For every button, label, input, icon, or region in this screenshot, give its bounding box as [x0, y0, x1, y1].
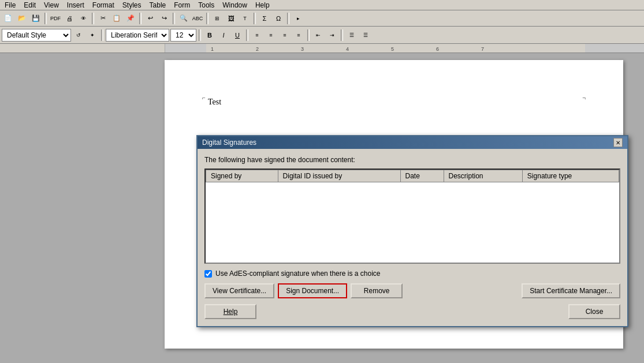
style-new-btn[interactable]: ✦	[86, 29, 99, 42]
bold-btn[interactable]: B	[203, 29, 216, 42]
sep5	[206, 13, 209, 24]
print-btn[interactable]: 🖨	[63, 12, 76, 25]
num-list-btn[interactable]: ☰	[359, 29, 372, 42]
sep6	[254, 13, 256, 24]
find-btn[interactable]: 🔍	[177, 12, 190, 25]
indent-decrease-btn[interactable]: ⇤	[312, 29, 325, 42]
sep1	[44, 13, 47, 24]
main-area: ⌐ ¬ Test Digital Signatures ✕ The follow…	[0, 54, 644, 363]
sep10	[246, 29, 248, 41]
svg-text:3: 3	[301, 46, 304, 52]
menu-help[interactable]: Help	[252, 1, 273, 10]
view-certificate-button[interactable]: View Certificate...	[204, 283, 274, 298]
col-sig-type: Signature type	[522, 170, 619, 182]
size-select[interactable]: 12	[170, 29, 196, 42]
indent-increase-btn[interactable]: ⇥	[326, 29, 338, 42]
font-select[interactable]: Liberation Serif	[106, 29, 169, 42]
remove-button[interactable]: Remove	[351, 283, 403, 298]
sep3	[139, 13, 142, 24]
dialog-bottom-buttons: Help Close	[204, 304, 620, 319]
align-left-btn[interactable]: ≡	[251, 29, 263, 42]
open-btn[interactable]: 📂	[16, 12, 28, 25]
digital-signatures-dialog: Digital Signatures ✕ The following have …	[196, 135, 628, 327]
help-label: Help	[224, 308, 238, 316]
menu-file[interactable]: File	[1, 1, 19, 10]
ades-checkbox-row: Use AdES-compliant signature when there …	[204, 270, 620, 278]
document-text[interactable]: Test	[208, 98, 221, 107]
svg-text:7: 7	[481, 46, 484, 52]
close-button[interactable]: Close	[568, 304, 620, 319]
style-select[interactable]: Default Style	[2, 29, 71, 42]
menu-format[interactable]: Format	[89, 1, 118, 10]
col-signed-by: Signed by	[206, 170, 278, 182]
col-digital-id: Digital ID issued by	[278, 170, 400, 182]
pdf-btn[interactable]: PDF	[49, 12, 62, 25]
spellcheck-btn[interactable]: ABC	[191, 12, 204, 25]
align-center-btn[interactable]: ≡	[265, 29, 277, 42]
formula-btn[interactable]: Σ	[258, 12, 271, 25]
help-button[interactable]: Help	[204, 304, 256, 319]
col-description: Description	[444, 170, 522, 182]
table-header-row: Signed by Digital ID issued by Date Desc…	[206, 170, 619, 182]
ades-checkbox-label: Use AdES-compliant signature when there …	[215, 270, 381, 278]
col-date: Date	[400, 170, 444, 182]
menu-edit[interactable]: Edit	[20, 1, 39, 10]
signatures-table-container[interactable]: Signed by Digital ID issued by Date Desc…	[204, 169, 620, 264]
dialog-title: Digital Signatures	[202, 139, 256, 147]
start-cert-manager-button[interactable]: Start Certificate Manager...	[522, 283, 620, 298]
dialog-body: The following have signed the document c…	[198, 149, 627, 326]
sep8	[101, 29, 103, 41]
menu-form[interactable]: Form	[170, 1, 193, 10]
print-preview-btn[interactable]: 👁	[77, 12, 90, 25]
paste-btn[interactable]: 📌	[124, 12, 137, 25]
dialog-action-buttons: View Certificate... Sign Document... Rem…	[204, 283, 620, 298]
font-toolbar: Default Style ↺ ✦ Liberation Serif 12 B …	[0, 27, 644, 44]
page-corner-mark-tl: ⌐	[202, 95, 206, 101]
svg-text:5: 5	[391, 46, 394, 52]
svg-text:6: 6	[436, 46, 439, 52]
more-btn[interactable]: ▸	[292, 12, 304, 25]
underline-btn[interactable]: U	[231, 29, 244, 42]
sep11	[307, 29, 310, 41]
copy-btn[interactable]: 📋	[110, 12, 123, 25]
style-refresh-btn[interactable]: ↺	[72, 29, 85, 42]
menu-view[interactable]: View	[40, 1, 62, 10]
signatures-table: Signed by Digital ID issued by Date Desc…	[206, 170, 619, 182]
image-btn[interactable]: 🖼	[225, 12, 237, 25]
ades-checkbox[interactable]	[204, 270, 212, 278]
menu-tools[interactable]: Tools	[195, 1, 218, 10]
left-buttons: View Certificate... Sign Document... Rem…	[204, 283, 403, 298]
menu-window[interactable]: Window	[219, 1, 251, 10]
cut-btn[interactable]: ✂	[96, 12, 109, 25]
save-btn[interactable]: 💾	[29, 12, 42, 25]
align-right-btn[interactable]: ≡	[278, 29, 291, 42]
dialog-titlebar: Digital Signatures ✕	[198, 136, 627, 149]
menu-bar: File Edit View Insert Format Styles Tabl…	[0, 0, 644, 10]
svg-text:4: 4	[346, 46, 349, 52]
undo-btn[interactable]: ↩	[144, 12, 157, 25]
sep9	[199, 29, 201, 41]
page-corner-mark-tr: ¬	[582, 95, 586, 101]
menu-styles[interactable]: Styles	[119, 1, 145, 10]
svg-rect-1	[206, 44, 585, 53]
justify-btn[interactable]: ≡	[292, 29, 305, 42]
right-buttons: Start Certificate Manager...	[522, 283, 620, 298]
dialog-subtitle: The following have signed the document c…	[204, 156, 620, 164]
ruler-scale: 1 2 3 4 5 6 7	[165, 44, 644, 53]
menu-table[interactable]: Table	[146, 1, 170, 10]
menu-insert[interactable]: Insert	[64, 1, 88, 10]
svg-text:1: 1	[211, 46, 214, 52]
sign-document-button[interactable]: Sign Document...	[278, 283, 347, 298]
special-char-btn[interactable]: Ω	[272, 12, 285, 25]
list-btn[interactable]: ☰	[345, 29, 358, 42]
text-frame-btn[interactable]: T	[239, 12, 251, 25]
sep12	[341, 29, 343, 41]
table-btn[interactable]: ⊞	[211, 12, 224, 25]
svg-text:2: 2	[256, 46, 259, 52]
ruler: 1 2 3 4 5 6 7	[0, 44, 644, 53]
new-btn[interactable]: 📄	[2, 12, 14, 25]
dialog-close-button[interactable]: ✕	[613, 138, 623, 147]
italic-btn[interactable]: I	[217, 29, 230, 42]
sep2	[92, 13, 94, 24]
redo-btn[interactable]: ↪	[158, 12, 170, 25]
